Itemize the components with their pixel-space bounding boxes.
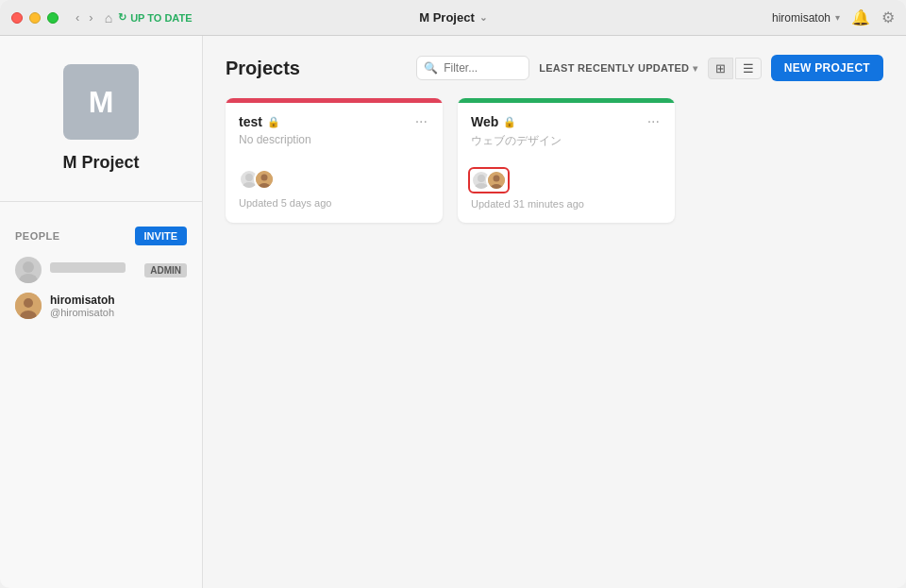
card-menu-button[interactable]: ··· (646, 114, 662, 129)
sort-label: LEAST RECENTLY UPDATED (539, 62, 689, 74)
page-title: Projects (226, 58, 300, 79)
up-to-date-badge: ↻ UP TO DATE (118, 11, 192, 24)
sort-chevron-icon: ▾ (693, 63, 697, 74)
lock-icon: 🔒 (267, 116, 280, 128)
org-name: M Project (62, 153, 139, 173)
person-info (50, 261, 136, 278)
card-avatars (239, 169, 429, 190)
avatar (254, 169, 275, 190)
filter-input-wrap: 🔍 (416, 56, 529, 80)
blurred-name (50, 262, 126, 273)
content-header: Projects 🔍 LEAST RECENTLY UPDATED ▾ ⊞ ☰ … (226, 55, 883, 81)
project-card-web[interactable]: Web 🔒 ··· ウェブのデザイン (458, 98, 675, 223)
list-item: ADMIN (15, 257, 187, 283)
people-label: PEOPLE (15, 230, 60, 242)
card-header-row: Web 🔒 ··· (471, 114, 662, 129)
people-section: PEOPLE INVITE ADMIN (0, 211, 202, 328)
new-project-button[interactable]: NEW PROJECT (771, 55, 883, 81)
org-avatar: M (63, 64, 139, 140)
username-label: hiromisatoh (772, 11, 830, 25)
grid-view-button[interactable]: ⊞ (708, 58, 733, 79)
projects-grid: test 🔒 ··· No description (226, 98, 883, 223)
card-updated: Updated 5 days ago (239, 197, 429, 209)
forward-button[interactable]: › (85, 8, 96, 26)
window-title: M Project ⌄ (419, 10, 487, 25)
main-layout: M M Project PEOPLE INVITE ADMIN (0, 36, 906, 588)
svg-point-5 (245, 174, 253, 181)
admin-badge: ADMIN (144, 263, 187, 277)
bell-icon[interactable]: 🔔 (851, 8, 870, 26)
user-menu[interactable]: hiromisatoh ▾ (772, 11, 840, 25)
card-title-wrap: Web 🔒 (471, 114, 516, 129)
gear-icon[interactable]: ⚙ (881, 8, 895, 26)
up-to-date-label: UP TO DATE (130, 12, 192, 24)
header-controls: 🔍 LEAST RECENTLY UPDATED ▾ ⊞ ☰ NEW PROJE… (416, 55, 883, 81)
avatar (15, 257, 42, 283)
invite-button[interactable]: INVITE (135, 227, 187, 245)
person-info: hiromisatoh @hiromisatoh (50, 294, 187, 318)
card-body: Web 🔒 ··· ウェブのデザイン (458, 103, 675, 223)
filter-input[interactable] (416, 56, 529, 80)
card-description: No description (239, 133, 429, 148)
sync-icon: ↻ (118, 11, 126, 24)
card-title-wrap: test 🔒 (239, 114, 280, 129)
sidebar: M M Project PEOPLE INVITE ADMIN (0, 36, 203, 588)
breadcrumb: ⌂ ↻ UP TO DATE (105, 10, 193, 25)
card-updated: Updated 31 minutes ago (471, 198, 662, 210)
user-chevron-icon: ▾ (835, 12, 840, 23)
card-description: ウェブのデザイン (471, 133, 662, 149)
nav-arrows: ‹ › (72, 8, 97, 26)
person-handle: @hiromisatoh (50, 307, 187, 318)
sort-button[interactable]: LEAST RECENTLY UPDATED ▾ (539, 62, 698, 74)
person-name: hiromisatoh (50, 294, 187, 307)
back-button[interactable]: ‹ (72, 8, 83, 26)
avatar-highlight (471, 170, 507, 191)
card-title: test (239, 114, 262, 129)
card-body: test 🔒 ··· No description (226, 103, 443, 222)
titlebar-right: hiromisatoh ▾ 🔔 ⚙ (772, 8, 895, 26)
svg-point-10 (478, 175, 485, 182)
svg-point-0 (23, 261, 34, 273)
view-toggle: ⊞ ☰ (708, 58, 762, 79)
maximize-button[interactable] (47, 12, 59, 24)
content-area: Projects 🔍 LEAST RECENTLY UPDATED ▾ ⊞ ☰ … (203, 36, 906, 588)
close-button[interactable] (11, 12, 23, 24)
title-chevron-icon: ⌄ (479, 12, 487, 23)
svg-point-13 (494, 176, 500, 182)
project-card-test[interactable]: test 🔒 ··· No description (226, 98, 443, 223)
sidebar-divider (0, 201, 202, 202)
svg-point-3 (24, 298, 33, 308)
svg-point-1 (19, 274, 38, 283)
card-avatars (471, 170, 662, 191)
card-header-row: test 🔒 ··· (239, 114, 429, 129)
home-icon[interactable]: ⌂ (105, 10, 112, 25)
titlebar: ‹ › ⌂ ↻ UP TO DATE M Project ⌄ hiromisat… (0, 0, 906, 36)
card-title: Web (471, 114, 498, 129)
people-header: PEOPLE INVITE (15, 227, 187, 245)
avatar (486, 170, 507, 191)
list-item: hiromisatoh @hiromisatoh (15, 293, 187, 319)
lock-icon: 🔒 (503, 116, 516, 128)
svg-point-8 (261, 175, 268, 181)
avatar (15, 293, 42, 319)
card-menu-button[interactable]: ··· (413, 114, 429, 129)
minimize-button[interactable] (29, 12, 41, 24)
traffic-lights (11, 12, 59, 24)
list-view-button[interactable]: ☰ (735, 58, 762, 79)
